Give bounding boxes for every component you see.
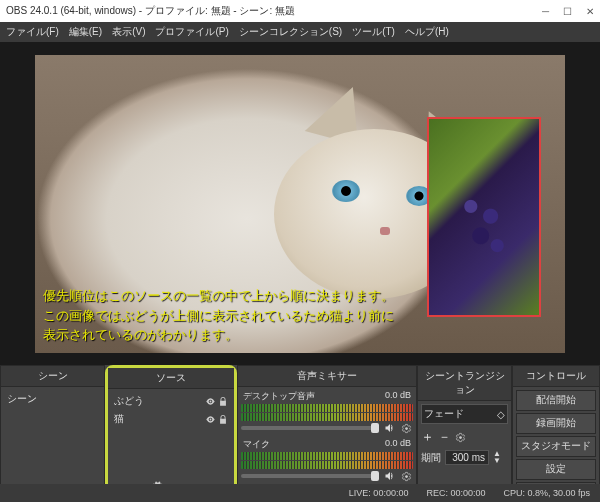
visibility-icon[interactable] bbox=[205, 396, 216, 407]
track-settings-button[interactable] bbox=[401, 423, 413, 434]
mixer-track-label: デスクトップ音声 bbox=[243, 390, 315, 403]
add-transition-button[interactable]: ＋ bbox=[421, 428, 434, 446]
cat-nose-icon bbox=[380, 227, 390, 235]
source-grapes-image[interactable] bbox=[427, 117, 541, 317]
window-title: OBS 24.0.1 (64-bit, windows) - プロファイル: 無… bbox=[6, 4, 295, 18]
transition-selected: フェード bbox=[424, 407, 464, 421]
status-bar: LIVE: 00:00:00 REC: 00:00:00 CPU: 0.8%, … bbox=[0, 484, 600, 502]
transition-select[interactable]: フェード ◇ bbox=[421, 404, 508, 424]
svg-point-3 bbox=[405, 475, 408, 478]
audio-meter bbox=[241, 413, 413, 421]
scene-canvas[interactable]: 優先順位はこのソースの一覧の中で上から順に決まります。 この画像ではぶどうが上側… bbox=[35, 55, 565, 353]
svg-point-1 bbox=[210, 418, 212, 420]
overlay-line: 表示されているのがわかります。 bbox=[43, 325, 394, 345]
overlay-line: この画像ではぶどうが上側に表示されているため猫より前に bbox=[43, 306, 394, 326]
scenes-panel: シーン シーン ＋ － ∧ ∨ bbox=[0, 365, 105, 502]
status-live: LIVE: 00:00:00 bbox=[349, 488, 409, 498]
mute-button[interactable] bbox=[383, 470, 397, 482]
duration-label: 期間 bbox=[421, 451, 441, 465]
menu-view[interactable]: 表示(V) bbox=[112, 25, 145, 39]
source-list-item[interactable]: 猫 bbox=[111, 410, 231, 428]
svg-point-2 bbox=[405, 427, 408, 430]
menu-tools[interactable]: ツール(T) bbox=[352, 25, 395, 39]
mixer-track: デスクトップ音声 0.0 dB bbox=[241, 390, 413, 434]
audio-meter bbox=[241, 404, 413, 412]
menu-scene-collection[interactable]: シーンコレクション(S) bbox=[239, 25, 342, 39]
mixer-track-db: 0.0 dB bbox=[385, 390, 411, 403]
lock-icon[interactable] bbox=[218, 396, 228, 407]
volume-slider[interactable] bbox=[241, 474, 379, 478]
track-settings-button[interactable] bbox=[401, 471, 413, 482]
menu-bar: ファイル(F) 編集(E) 表示(V) プロファイル(P) シーンコレクション(… bbox=[0, 22, 600, 42]
remove-transition-button[interactable]: － bbox=[438, 428, 451, 446]
dock-panels: シーン シーン ＋ － ∧ ∨ ソース ぶどう bbox=[0, 365, 600, 502]
start-recording-button[interactable]: 録画開始 bbox=[516, 413, 596, 434]
status-cpu: CPU: 0.8%, 30.00 fps bbox=[503, 488, 590, 498]
lock-icon[interactable] bbox=[218, 414, 228, 425]
start-streaming-button[interactable]: 配信開始 bbox=[516, 390, 596, 411]
preview-area[interactable]: 優先順位はこのソースの一覧の中で上から順に決まります。 この画像ではぶどうが上側… bbox=[0, 42, 600, 365]
audio-meter bbox=[241, 461, 413, 469]
chevron-down-icon: ◇ bbox=[497, 409, 505, 420]
settings-button[interactable]: 設定 bbox=[516, 459, 596, 480]
controls-title: コントロール bbox=[513, 366, 599, 387]
maximize-button[interactable]: ☐ bbox=[563, 6, 572, 17]
audio-mixer-title: 音声ミキサー bbox=[238, 366, 416, 387]
mute-button[interactable] bbox=[383, 422, 397, 434]
svg-point-0 bbox=[210, 400, 212, 402]
svg-point-5 bbox=[459, 436, 462, 439]
duration-input[interactable] bbox=[445, 450, 489, 465]
cat-eye-icon bbox=[332, 180, 360, 202]
menu-edit[interactable]: 編集(E) bbox=[69, 25, 102, 39]
scene-item-label: シーン bbox=[7, 392, 37, 406]
overlay-line: 優先順位はこのソースの一覧の中で上から順に決まります。 bbox=[43, 286, 394, 306]
visibility-icon[interactable] bbox=[205, 414, 216, 425]
menu-profile[interactable]: プロファイル(P) bbox=[155, 25, 228, 39]
source-item-label: 猫 bbox=[114, 412, 124, 426]
sources-panel-title: ソース bbox=[108, 368, 234, 389]
sources-panel: ソース ぶどう 猫 bbox=[105, 365, 237, 502]
mixer-track-label: マイク bbox=[243, 438, 270, 451]
mixer-track-db: 0.0 dB bbox=[385, 438, 411, 451]
menu-file[interactable]: ファイル(F) bbox=[6, 25, 59, 39]
scene-list-item[interactable]: シーン bbox=[4, 390, 101, 408]
transitions-title: シーントランジション bbox=[418, 366, 511, 401]
transitions-panel: シーントランジション フェード ◇ ＋ － 期間 ▲▼ bbox=[417, 365, 512, 502]
mixer-track: マイク 0.0 dB bbox=[241, 438, 413, 482]
transition-properties-button[interactable] bbox=[455, 432, 466, 443]
status-rec: REC: 00:00:00 bbox=[426, 488, 485, 498]
source-list-item[interactable]: ぶどう bbox=[111, 392, 231, 410]
studio-mode-button[interactable]: スタジオモード bbox=[516, 436, 596, 457]
window-titlebar: OBS 24.0.1 (64-bit, windows) - プロファイル: 無… bbox=[0, 0, 600, 22]
duration-stepper[interactable]: ▲▼ bbox=[493, 451, 501, 464]
close-button[interactable]: ✕ bbox=[586, 6, 594, 17]
audio-meter bbox=[241, 452, 413, 460]
volume-slider[interactable] bbox=[241, 426, 379, 430]
controls-panel: コントロール 配信開始 録画開始 スタジオモード 設定 終了 bbox=[512, 365, 600, 502]
scenes-panel-title: シーン bbox=[1, 366, 104, 387]
overlay-annotation: 優先順位はこのソースの一覧の中で上から順に決まります。 この画像ではぶどうが上側… bbox=[43, 286, 394, 345]
minimize-button[interactable]: ─ bbox=[542, 6, 549, 17]
menu-help[interactable]: ヘルプ(H) bbox=[405, 25, 449, 39]
audio-mixer-panel: 音声ミキサー デスクトップ音声 0.0 dB bbox=[237, 365, 417, 502]
source-item-label: ぶどう bbox=[114, 394, 144, 408]
